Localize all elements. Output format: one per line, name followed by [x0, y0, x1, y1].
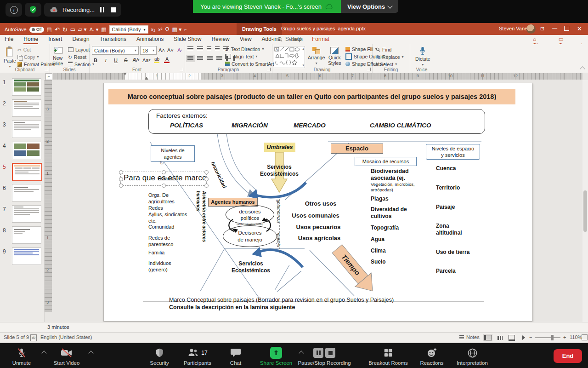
- shrink-font-button[interactable]: A˅: [167, 46, 174, 54]
- stop-recording-button[interactable]: [111, 7, 116, 12]
- autosave-toggle[interactable]: Off: [29, 27, 44, 33]
- pause-stop-recording-button[interactable]: Pause/Stop Recording: [289, 347, 359, 366]
- security-button[interactable]: Security: [142, 347, 176, 366]
- tab-transitions[interactable]: Transitions: [100, 36, 126, 44]
- align-left-icon[interactable]: [187, 56, 193, 61]
- justify-icon[interactable]: [216, 56, 222, 61]
- tab-file[interactable]: File: [5, 36, 13, 44]
- arrange-button[interactable]: Arrange▾: [306, 46, 327, 67]
- tab-selector[interactable]: ⌐: [45, 73, 52, 80]
- convert-smartart-button[interactable]: Convert to SmartArt▾: [225, 60, 278, 67]
- italic-button[interactable]: I: [102, 56, 109, 64]
- font-name-select[interactable]: Calibri (Body)▾: [92, 46, 139, 55]
- tab-slideshow[interactable]: Slide Show: [174, 36, 201, 44]
- thumbnail-slide-3[interactable]: 3: [0, 121, 44, 139]
- breakout-rooms-button[interactable]: Breakout Rooms: [362, 347, 414, 366]
- font-tool-icon[interactable]: A˒ ▾: [90, 27, 99, 33]
- increase-indent-icon[interactable]: [215, 46, 220, 51]
- restore-icon[interactable]: [564, 26, 569, 32]
- search-box[interactable]: Search: [277, 36, 303, 42]
- character-spacing-button[interactable]: AV▾: [132, 56, 140, 64]
- qat-more-icon[interactable]: ⌐: [184, 27, 187, 32]
- avatar[interactable]: [526, 24, 536, 34]
- slide-title[interactable]: Marco conceptual sobre paisajes (product…: [108, 89, 515, 104]
- thumbnail-slide-8[interactable]: 8: [0, 226, 44, 245]
- scrollbar-thumb[interactable]: [583, 190, 587, 232]
- new-slide-button[interactable]: New Slide: [51, 45, 65, 68]
- editing-text[interactable]: Para que es este marco: [124, 173, 206, 183]
- interpretation-button[interactable]: Interpretation: [447, 347, 498, 366]
- zoom-out-button[interactable]: −: [529, 334, 532, 340]
- normal-view-icon[interactable]: [483, 334, 492, 341]
- zoom-slider[interactable]: [535, 337, 560, 338]
- mosaico-recursos-box[interactable]: Mosaico de recursos: [355, 157, 417, 166]
- tab-format[interactable]: Format: [312, 36, 329, 44]
- slide-counter[interactable]: Slide 5 of 9: [4, 334, 29, 340]
- redo-icon[interactable]: ↻: [62, 26, 68, 33]
- factores-externos-box[interactable]: Factores externos: POLÍTICAS MIGRACIÓN M…: [148, 109, 485, 134]
- tab-review[interactable]: Review: [211, 36, 229, 44]
- umbrales-box[interactable]: Umbrales: [264, 143, 295, 152]
- font-dialog-launcher[interactable]: [180, 68, 183, 71]
- clear-formatting-button[interactable]: A̷: [175, 46, 183, 54]
- resize-handle[interactable]: [204, 177, 209, 181]
- bold-button[interactable]: B: [92, 56, 99, 64]
- notes-text[interactable]: 3 minutos: [47, 324, 69, 330]
- fit-slide-icon[interactable]: [582, 334, 588, 340]
- text-highlight-button[interactable]: ab: [153, 56, 160, 64]
- table-icon[interactable]: ▦ ▾: [172, 26, 181, 33]
- resize-handle[interactable]: [119, 170, 123, 174]
- niveles-espacio-box[interactable]: Niveles de espacio y servicios: [426, 144, 480, 160]
- resize-handle[interactable]: [162, 184, 166, 188]
- qat-font-box[interactable]: Calibri (Body▾: [109, 25, 148, 34]
- indent-marker-hanging[interactable]: [145, 77, 148, 80]
- quick-styles-button[interactable]: Quick Styles: [326, 46, 343, 67]
- subscript-icon[interactable]: x₂: [151, 27, 156, 32]
- gallery-scroll-down[interactable]: ▾: [302, 63, 304, 67]
- niveles-agentes-box[interactable]: Niveles de agentes: [151, 145, 195, 162]
- thumbnail-slide-9[interactable]: 9: [0, 247, 44, 266]
- notes-toggle[interactable]: Notes: [459, 334, 480, 340]
- reactions-button[interactable]: Reactions: [414, 347, 449, 366]
- slide-sorter-view-icon[interactable]: [495, 334, 504, 341]
- drawing-dialog-launcher[interactable]: [367, 68, 371, 71]
- tab-animations[interactable]: Animations: [136, 36, 164, 44]
- find-button[interactable]: Find: [376, 46, 404, 53]
- symbol-icon[interactable]: Ω: [165, 26, 170, 33]
- pause-recording-button[interactable]: [100, 7, 104, 12]
- espacio-box[interactable]: Espacio: [331, 144, 383, 154]
- chat-button[interactable]: Chat: [221, 347, 250, 366]
- horizontal-ruler[interactable]: 1 2 3 4 5 6 7 8 9 10 11 12: [53, 73, 582, 80]
- resize-handle[interactable]: [204, 170, 209, 174]
- align-center-icon[interactable]: [197, 56, 203, 61]
- video-options-chevron[interactable]: [88, 351, 93, 356]
- underline-button[interactable]: U: [112, 56, 119, 64]
- end-meeting-button[interactable]: End: [554, 349, 582, 363]
- font-color-button[interactable]: A: [163, 56, 170, 64]
- thumbnail-slide-5-selected[interactable]: 5: [0, 163, 44, 181]
- thumbnail-slide-6[interactable]: 6: [0, 184, 44, 202]
- unmute-button[interactable]: Unmute: [4, 347, 40, 366]
- slideshow-view-icon[interactable]: [519, 334, 528, 341]
- numbering-icon[interactable]: [197, 46, 203, 51]
- minimize-icon[interactable]: —: [552, 25, 557, 30]
- thumbnail-slide-1[interactable]: 1: [0, 78, 44, 97]
- meeting-info-button[interactable]: i: [6, 3, 22, 17]
- bullets-icon[interactable]: [187, 46, 193, 51]
- thumbnail-slide-4[interactable]: 4: [0, 142, 44, 160]
- align-text-button[interactable]: Align Text▾: [225, 53, 278, 60]
- quick-access-icon[interactable]: ▦: [101, 26, 106, 33]
- rotate-handle[interactable]: ↻: [159, 160, 164, 167]
- font-size-select[interactable]: 18▾: [140, 46, 157, 55]
- zoom-in-button[interactable]: +: [563, 334, 566, 340]
- tab-home[interactable]: Home: [23, 36, 38, 44]
- participants-button[interactable]: 17 Participants: [178, 347, 217, 366]
- clipboard-dialog-launcher[interactable]: [45, 68, 48, 71]
- start-slideshow-icon[interactable]: ▭: [70, 26, 75, 33]
- resize-handle[interactable]: [119, 177, 123, 181]
- tab-view[interactable]: View: [240, 36, 252, 44]
- ellipse-decisores-politicos[interactable]: decisores políticos: [226, 205, 274, 224]
- shape-icon[interactable]: ▱ ▾: [78, 26, 87, 33]
- select-button[interactable]: Select▾: [376, 61, 404, 68]
- align-right-icon[interactable]: [207, 56, 213, 61]
